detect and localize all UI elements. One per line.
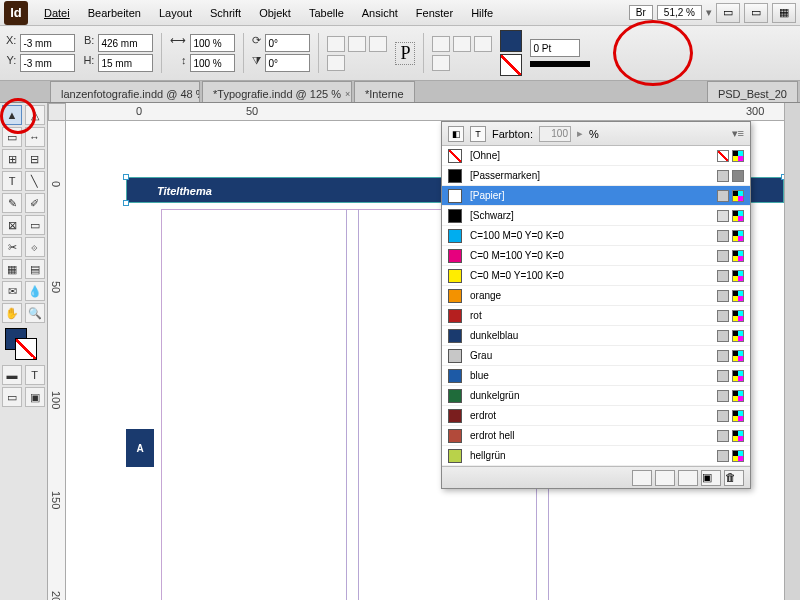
canvas[interactable]: Titelthema A ◧ T Farbton: ▸ %	[66, 121, 784, 600]
swatch-row[interactable]: [Papier]	[442, 186, 750, 206]
note-tool[interactable]: ✉	[2, 281, 22, 301]
swatch-row[interactable]: hellgrün	[442, 446, 750, 466]
swatch-row[interactable]: C=0 M=0 Y=100 K=0	[442, 266, 750, 286]
paragraph-mode-icon[interactable]: P	[395, 42, 415, 65]
tint-input[interactable]	[539, 126, 571, 142]
swatch-row[interactable]: [Passermarken]	[442, 166, 750, 186]
menu-objekt[interactable]: Objekt	[251, 4, 299, 22]
close-icon[interactable]: ×	[345, 89, 350, 99]
horizontal-ruler[interactable]: 050300	[48, 103, 784, 121]
swatch-row[interactable]: C=0 M=100 Y=0 K=0	[442, 246, 750, 266]
menu-hilfe[interactable]: Hilfe	[463, 4, 501, 22]
selection-tool[interactable]: ▲	[2, 105, 22, 125]
type-tool[interactable]: T	[2, 171, 22, 191]
swatch-row[interactable]: orange	[442, 286, 750, 306]
gradient-swatch-tool[interactable]: ▦	[2, 259, 22, 279]
free-transform-tool[interactable]: ⟐	[25, 237, 45, 257]
bridge-button[interactable]: Br	[629, 5, 653, 20]
y-input[interactable]	[20, 54, 75, 72]
direct-selection-tool[interactable]: △	[25, 105, 45, 125]
show-color-swatches-icon[interactable]	[655, 470, 675, 486]
x-input[interactable]	[20, 34, 75, 52]
swatch-row[interactable]: erdrot hell	[442, 426, 750, 446]
hand-tool[interactable]: ✋	[2, 303, 22, 323]
swatch-row[interactable]: dunkelgrün	[442, 386, 750, 406]
swatch-row[interactable]: blue	[442, 366, 750, 386]
ruler-origin[interactable]	[48, 103, 66, 121]
rectangle-frame-tool[interactable]: ⊠	[2, 215, 22, 235]
right-panel-dock[interactable]	[784, 103, 800, 600]
rotate-input[interactable]	[265, 34, 310, 52]
scale-y-input[interactable]	[190, 54, 235, 72]
height-input[interactable]	[98, 54, 153, 72]
menu-tabelle[interactable]: Tabelle	[301, 4, 352, 22]
stroke-weight-input[interactable]	[530, 39, 580, 57]
gap-tool[interactable]: ↔	[25, 127, 45, 147]
rotate-cw-icon[interactable]	[348, 36, 366, 52]
arrange-button[interactable]: ▦	[772, 3, 796, 23]
show-gradient-swatches-icon[interactable]	[678, 470, 698, 486]
swatch-row[interactable]: [Ohne]	[442, 146, 750, 166]
show-all-swatches-icon[interactable]	[632, 470, 652, 486]
fill-color-swatch[interactable]	[500, 30, 522, 52]
text-fill-icon[interactable]: T	[470, 126, 486, 142]
swatch-row[interactable]: Grau	[442, 346, 750, 366]
menu-schrift[interactable]: Schrift	[202, 4, 249, 22]
screen-mode-button[interactable]: ▭	[744, 3, 768, 23]
stroke-swatch-icon[interactable]	[15, 338, 37, 360]
swatch-row[interactable]: C=100 M=0 Y=0 K=0	[442, 226, 750, 246]
doc-tab[interactable]: PSD_Best_20	[707, 81, 798, 102]
doc-tab[interactable]: lanzenfotografie.indd @ 48 %×	[50, 81, 200, 102]
swatch-row[interactable]: [Schwarz]	[442, 206, 750, 226]
fill-stroke-toggle[interactable]	[2, 325, 45, 363]
eyedropper-tool[interactable]: 💧	[25, 281, 45, 301]
stroke-color-swatch[interactable]	[500, 54, 522, 76]
content-placer-tool[interactable]: ⊟	[25, 149, 45, 169]
menu-bar: Id Datei Bearbeiten Layout Schrift Objek…	[0, 0, 800, 26]
pen-tool[interactable]: ✎	[2, 193, 22, 213]
zoom-tool[interactable]: 🔍	[25, 303, 45, 323]
menu-ansicht[interactable]: Ansicht	[354, 4, 406, 22]
scissors-tool[interactable]: ✂	[2, 237, 22, 257]
swatch-type-icon	[732, 370, 744, 382]
new-swatch-icon[interactable]: ▣	[701, 470, 721, 486]
fill-toggle-icon[interactable]: ◧	[448, 126, 464, 142]
menu-layout[interactable]: Layout	[151, 4, 200, 22]
swatch-type-icon	[732, 290, 744, 302]
apply-text-icon[interactable]: T	[25, 365, 45, 385]
zoom-level[interactable]: 51,2 %	[657, 5, 702, 20]
swatch-type-icon	[732, 150, 744, 162]
delete-swatch-icon[interactable]: 🗑	[724, 470, 744, 486]
panel-menu-icon[interactable]: ▾≡	[732, 127, 744, 140]
swatch-row[interactable]: erdrot	[442, 406, 750, 426]
page-tool[interactable]: ▭	[2, 127, 22, 147]
select-content-icon[interactable]	[453, 36, 471, 52]
select-container-icon[interactable]	[432, 36, 450, 52]
stroke-style-dropdown[interactable]	[530, 61, 590, 67]
line-tool[interactable]: ╲	[25, 171, 45, 191]
view-mode-button[interactable]: ▭	[716, 3, 740, 23]
select-prev-icon[interactable]	[474, 36, 492, 52]
preview-view-icon[interactable]: ▣	[25, 387, 45, 407]
menu-bearbeiten[interactable]: Bearbeiten	[80, 4, 149, 22]
swatch-row[interactable]: rot	[442, 306, 750, 326]
scale-x-input[interactable]	[190, 34, 235, 52]
swatch-row[interactable]: dunkelblau	[442, 326, 750, 346]
select-next-icon[interactable]	[432, 55, 450, 71]
flip-v-icon[interactable]	[327, 55, 345, 71]
rectangle-tool[interactable]: ▭	[25, 215, 45, 235]
pencil-tool[interactable]: ✐	[25, 193, 45, 213]
rotate-ccw-icon[interactable]	[327, 36, 345, 52]
flip-h-icon[interactable]	[369, 36, 387, 52]
doc-tab[interactable]: *Interne	[354, 81, 415, 102]
shear-input[interactable]	[265, 54, 310, 72]
normal-view-icon[interactable]: ▭	[2, 387, 22, 407]
vertical-ruler[interactable]: 050100150200	[48, 121, 66, 600]
menu-fenster[interactable]: Fenster	[408, 4, 461, 22]
content-collector-tool[interactable]: ⊞	[2, 149, 22, 169]
doc-tab[interactable]: *Typografie.indd @ 125 %×	[202, 81, 352, 102]
menu-datei[interactable]: Datei	[36, 4, 78, 22]
apply-color-icon[interactable]: ▬	[2, 365, 22, 385]
width-input[interactable]	[98, 34, 153, 52]
gradient-feather-tool[interactable]: ▤	[25, 259, 45, 279]
